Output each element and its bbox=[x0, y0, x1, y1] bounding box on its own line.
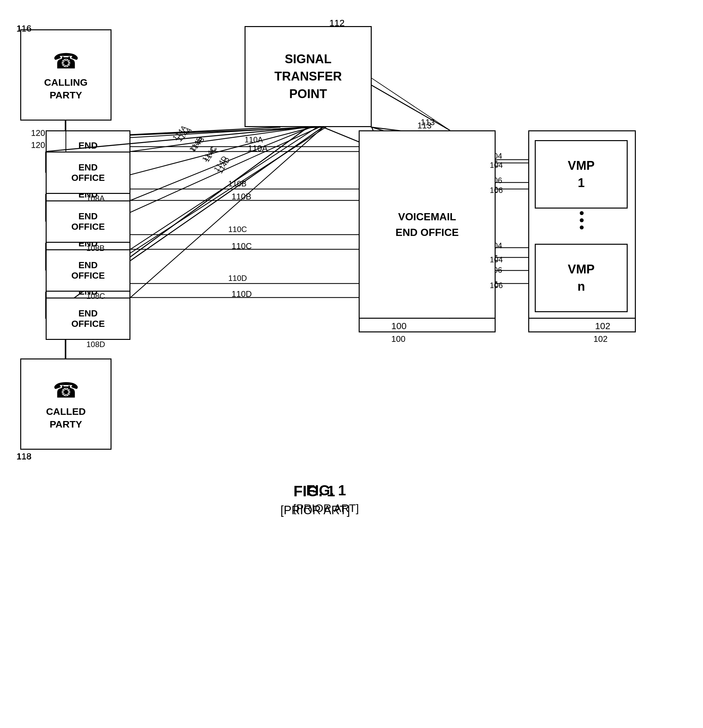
ref-100-label: 100 bbox=[391, 321, 406, 331]
stp-label-front: SIGNAL TRANSFER POINT bbox=[275, 51, 342, 103]
end-office-c-text: ENDOFFICE bbox=[71, 260, 105, 281]
ref-108d-label: 108D bbox=[87, 340, 105, 349]
called-phone-icon: ☎ bbox=[53, 378, 79, 403]
ref-110d-label: 110D bbox=[231, 289, 252, 299]
vmpn-front: VMPn bbox=[535, 244, 628, 312]
voicemail-end-office-ref: 100 bbox=[391, 334, 405, 344]
called-party-text: CALLEDPARTY bbox=[46, 405, 86, 430]
end-office-a-text: ENDOFFICE bbox=[71, 162, 105, 183]
ref-110c: 110C bbox=[228, 225, 247, 234]
ref-110c-label: 110C bbox=[231, 241, 252, 251]
calling-party-ref-label: 116 bbox=[16, 23, 32, 34]
stp-box-front: SIGNAL TRANSFER POINT bbox=[244, 26, 372, 127]
end-office-b-front: ENDOFFICE bbox=[46, 201, 130, 243]
stp-ref-label: 112 bbox=[329, 18, 345, 28]
vmp1-front: VMP1 bbox=[535, 140, 628, 209]
calling-phone-icon: ☎ bbox=[53, 49, 79, 73]
voicemail-eo-text: VOICEMAILEND OFFICE bbox=[395, 209, 459, 240]
vmp1-text: VMP1 bbox=[568, 157, 595, 192]
voicemail-eo-front: VOICEMAILEND OFFICE bbox=[359, 130, 496, 319]
ref-108a-label: 108A bbox=[87, 194, 105, 203]
called-party-front: ☎ CALLEDPARTY bbox=[20, 358, 111, 450]
ref-110b-label: 110B bbox=[231, 192, 252, 202]
ref-106-bottom-label: 106 bbox=[490, 281, 503, 290]
end-office-a-front: ENDOFFICE bbox=[46, 152, 130, 194]
ref-113-label: 113 bbox=[421, 117, 435, 127]
calling-party-text: CALLINGPARTY bbox=[44, 76, 87, 101]
ref-106-top-label: 106 bbox=[490, 186, 503, 195]
calling-party-front: ☎ CALLINGPARTY bbox=[20, 29, 111, 121]
ref-110b: 110B bbox=[228, 179, 246, 188]
end-office-c-front: ENDOFFICE bbox=[46, 249, 130, 292]
vmp-group-ref: 102 bbox=[593, 334, 608, 344]
end-office-d-text: ENDOFFICE bbox=[71, 308, 105, 329]
ref-102-label: 102 bbox=[595, 321, 610, 331]
ref-104-top-label: 104 bbox=[490, 161, 503, 170]
ref-108b-label: 108B bbox=[87, 244, 105, 253]
prior-art-caption: [PRIOR ART] bbox=[281, 504, 350, 517]
svg-line-49 bbox=[372, 78, 450, 130]
end-office-d-front: ENDOFFICE bbox=[46, 298, 130, 340]
svg-line-0 bbox=[371, 85, 450, 130]
fig-caption-label: FIG. 1 bbox=[294, 482, 335, 500]
vmpn-text: VMPn bbox=[568, 261, 595, 295]
end-office-a-ref-120: 120 bbox=[31, 140, 45, 150]
vmp-dots-front bbox=[580, 211, 584, 230]
ref-110a: 110A bbox=[244, 135, 263, 144]
end-office-a-ref: 120 bbox=[31, 128, 45, 138]
diagram: SIGNAL TRANSFER POINT 112 ☎ CALLING PART… bbox=[0, 0, 703, 728]
ref-108c-label: 108C bbox=[87, 292, 105, 301]
ref-110a-label: 110A bbox=[248, 143, 268, 153]
svg-line-35 bbox=[130, 128, 323, 298]
called-party-ref-label: 118 bbox=[16, 451, 32, 462]
ref-110d: 110D bbox=[228, 274, 247, 283]
end-office-b-text: ENDOFFICE bbox=[71, 211, 105, 232]
ref-104-bottom-label: 104 bbox=[490, 255, 503, 264]
svg-line-34 bbox=[130, 128, 316, 249]
